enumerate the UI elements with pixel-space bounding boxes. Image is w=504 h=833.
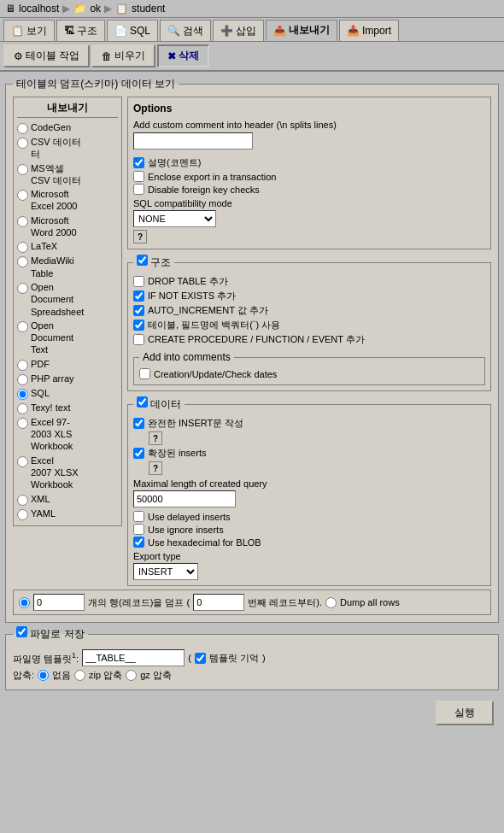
radio-ms-excel-2000[interactable]: MicrosoftExcel 2000 bbox=[17, 188, 118, 213]
nav-structure[interactable]: 🏗 구조 bbox=[56, 20, 105, 41]
radio-ms-word-2000-input[interactable] bbox=[17, 216, 28, 227]
radio-latex-input[interactable] bbox=[17, 242, 28, 253]
if-not-exists-checkbox[interactable] bbox=[133, 290, 144, 302]
export-icon: 📤 bbox=[273, 25, 286, 37]
radio-pdf-label: PDF bbox=[31, 358, 50, 370]
delayed-inserts-label: Use delayed inserts bbox=[148, 512, 231, 522]
create-proc-checkbox[interactable] bbox=[133, 334, 144, 345]
insert-icon: ➕ bbox=[220, 25, 233, 37]
radio-ms-excel-csv[interactable]: MS엑셀CSV 데이터 bbox=[17, 162, 118, 187]
nav-sql[interactable]: 📄 SQL bbox=[107, 20, 158, 41]
sql-compat-select[interactable]: NONE ANSI DB2 MAXDB MYSQL323 MYSQL40 MSS… bbox=[133, 210, 216, 227]
hexadecimal-checkbox[interactable] bbox=[133, 537, 144, 548]
radio-pdf[interactable]: PDF bbox=[17, 358, 118, 371]
structure-legend-label: 구조 bbox=[150, 256, 171, 268]
compress-zip-radio[interactable] bbox=[74, 670, 85, 681]
enclose-checkbox[interactable] bbox=[133, 171, 144, 182]
radio-php-array-input[interactable] bbox=[17, 374, 28, 385]
radio-codegen[interactable]: CodeGen bbox=[17, 121, 118, 134]
nav-import[interactable]: 📥 Import bbox=[339, 20, 399, 41]
data-enable-checkbox[interactable] bbox=[137, 396, 148, 408]
comment-input[interactable] bbox=[133, 132, 253, 150]
delayed-inserts-checkbox[interactable] bbox=[133, 511, 144, 522]
extended-inserts-checkbox[interactable] bbox=[133, 448, 144, 459]
ignore-inserts-checkbox[interactable] bbox=[133, 524, 144, 535]
if-not-exists-row: IF NOT EXISTS 추가 bbox=[133, 290, 485, 302]
title-db-icon: 📁 bbox=[73, 3, 86, 15]
radio-ms-excel-2000-input[interactable] bbox=[17, 190, 28, 201]
auto-increment-checkbox[interactable] bbox=[133, 305, 144, 316]
nav-export[interactable]: 📤 내보내기 bbox=[266, 20, 337, 41]
add-comments-legend: Add into comments bbox=[139, 351, 234, 363]
radio-yaml-input[interactable] bbox=[17, 509, 28, 520]
radio-ods-input[interactable] bbox=[17, 283, 28, 294]
dump-all-radio[interactable] bbox=[325, 597, 337, 608]
execute-button[interactable]: 실행 bbox=[436, 701, 494, 725]
radio-pdf-input[interactable] bbox=[17, 360, 28, 371]
radio-codegen-input[interactable] bbox=[17, 123, 28, 134]
nav-insert[interactable]: ➕ 삽입 bbox=[213, 20, 264, 41]
radio-ms-excel-csv-input[interactable] bbox=[17, 164, 28, 175]
dump-rows-radio[interactable] bbox=[19, 597, 30, 608]
radio-csv-data[interactable]: CSV 데이터터 bbox=[17, 136, 118, 161]
radio-sql[interactable]: SQL bbox=[17, 387, 118, 400]
table-op-button[interactable]: ⚙ 테이블 작업 bbox=[3, 44, 90, 67]
structure-enable-checkbox[interactable] bbox=[137, 255, 148, 266]
structure-icon: 🏗 bbox=[64, 25, 74, 37]
sql-compat-help-icon[interactable]: ? bbox=[133, 230, 147, 243]
radio-mediawiki-input[interactable] bbox=[17, 256, 28, 267]
full-insert-checkbox[interactable] bbox=[133, 418, 144, 429]
template-remember-label: 템플릿 기억 bbox=[209, 652, 259, 665]
filename-label: 파일명 템플릿1: bbox=[13, 651, 79, 666]
nav-browse[interactable]: 📋 보기 bbox=[3, 20, 55, 41]
dates-checkbox[interactable] bbox=[139, 368, 150, 379]
template-remember-checkbox[interactable] bbox=[195, 653, 206, 664]
explain-checkbox[interactable] bbox=[133, 157, 144, 168]
row-count-input[interactable] bbox=[33, 594, 85, 611]
radio-xlsx[interactable]: Excel2007 XLSXWorkbook bbox=[17, 455, 118, 491]
radio-odt-input[interactable] bbox=[17, 321, 28, 332]
radio-sql-input[interactable] bbox=[17, 389, 28, 400]
extended-inserts-row: 확장된 inserts bbox=[133, 447, 485, 460]
disable-fk-checkbox[interactable] bbox=[133, 184, 144, 195]
compress-none-radio[interactable] bbox=[38, 670, 49, 681]
compress-gz-radio[interactable] bbox=[126, 670, 137, 681]
radio-yaml[interactable]: YAML bbox=[17, 507, 118, 520]
full-insert-help-icon[interactable]: ? bbox=[149, 431, 162, 445]
content-row: 내보내기 CodeGen CSV 데이터터 MS엑셀CSV 데이터 bbox=[13, 97, 491, 586]
file-save-checkbox[interactable] bbox=[16, 626, 27, 637]
compress-gz-label: gz 압축 bbox=[140, 669, 172, 682]
extended-inserts-help-icon[interactable]: ? bbox=[149, 461, 162, 475]
max-length-input[interactable] bbox=[133, 490, 236, 507]
radio-ms-word-2000[interactable]: MicrosoftWord 2000 bbox=[17, 214, 118, 239]
radio-latex[interactable]: LaTeX bbox=[17, 240, 118, 253]
radio-csv-data-input[interactable] bbox=[17, 138, 28, 149]
radio-xml-input[interactable] bbox=[17, 495, 28, 506]
radio-ms-word-2000-label: MicrosoftWord 2000 bbox=[31, 214, 77, 239]
add-comments-fieldset: Add into comments Creation/Update/Check … bbox=[133, 351, 485, 385]
radio-codegen-label: CodeGen bbox=[31, 121, 71, 133]
delete-button[interactable]: ✖ 삭제 bbox=[157, 44, 209, 67]
export-type-select[interactable]: INSERT UPDATE REPLACE bbox=[133, 563, 198, 580]
radio-texy-input[interactable] bbox=[17, 403, 28, 414]
filename-input[interactable] bbox=[82, 649, 185, 666]
title-sep2: ▶ bbox=[104, 3, 112, 15]
radio-php-array[interactable]: PHP array bbox=[17, 373, 118, 385]
radio-mediawiki[interactable]: MediaWikiTable bbox=[17, 255, 118, 279]
start-record-input[interactable] bbox=[193, 594, 244, 611]
radio-xls-97-input[interactable] bbox=[17, 418, 28, 429]
template-remember-parens: ( bbox=[188, 653, 191, 663]
create-proc-label: CREATE PROCEDURE / FUNCTION / EVENT 추가 bbox=[148, 333, 365, 346]
options-box: Options Add custom comment into header (… bbox=[127, 97, 491, 249]
radio-texy[interactable]: Texy! text bbox=[17, 402, 118, 414]
radio-xls-97[interactable]: Excel 97-2003 XLSWorkbook bbox=[17, 416, 118, 453]
empty-button[interactable]: 🗑 비우기 bbox=[91, 44, 155, 67]
radio-odt[interactable]: OpenDocumentText bbox=[17, 320, 118, 356]
radio-ods[interactable]: OpenDocumentSpreadsheet bbox=[17, 281, 118, 318]
execute-area: 실행 bbox=[5, 697, 499, 729]
nav-search[interactable]: 🔍 검색 bbox=[160, 20, 211, 41]
radio-xml[interactable]: XML bbox=[17, 493, 118, 506]
radio-xlsx-input[interactable] bbox=[17, 456, 28, 467]
drop-table-checkbox[interactable] bbox=[133, 276, 144, 287]
backtick-checkbox[interactable] bbox=[133, 320, 144, 331]
